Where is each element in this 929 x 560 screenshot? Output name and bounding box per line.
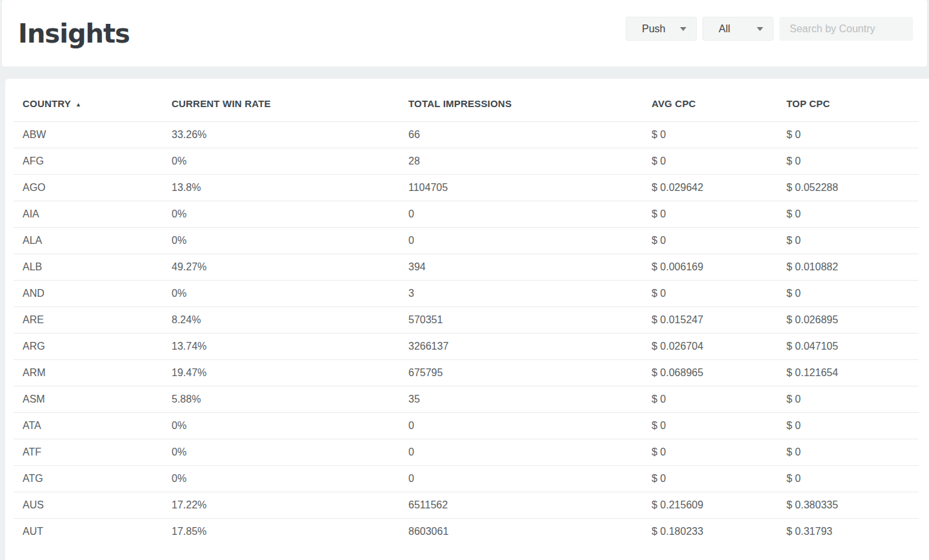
cell-top-cpc: $ 0 xyxy=(777,466,919,492)
cell-country: AGO xyxy=(14,175,163,201)
cell-avg-cpc: $ 0 xyxy=(643,439,777,466)
sort-asc-icon: ▲ xyxy=(75,101,81,108)
cell-country: ALA xyxy=(14,228,163,254)
cell-total-impressions: 3266137 xyxy=(399,334,643,360)
cell-country: AUT xyxy=(14,519,163,545)
cell-top-cpc: $ 0 xyxy=(777,413,919,439)
cell-country: AUS xyxy=(14,492,163,519)
cell-avg-cpc: $ 0.068965 xyxy=(643,360,777,386)
search-input[interactable] xyxy=(779,17,913,41)
cell-country: ARG xyxy=(14,334,163,360)
cell-total-impressions: 6511562 xyxy=(399,492,643,519)
cell-country: ATF xyxy=(14,439,163,466)
insights-table-card: COUNTRY▲ CURRENT WIN RATE TOTAL IMPRESSI… xyxy=(5,79,929,560)
page-title: Insights xyxy=(18,19,130,48)
cell-country: AFG xyxy=(14,148,163,175)
cell-avg-cpc: $ 0.026704 xyxy=(643,334,777,360)
table-row: ATG 0% 0 $ 0 $ 0 xyxy=(14,466,919,492)
page-header: Insights Push All xyxy=(2,0,927,66)
column-header-avg-cpc[interactable]: AVG CPC xyxy=(643,79,777,122)
cell-total-impressions: 35 xyxy=(399,386,643,413)
table-row: AGO 13.8% 1104705 $ 0.029642 $ 0.052288 xyxy=(14,175,919,201)
table-row: AUT 17.85% 8603061 $ 0.180233 $ 0.31793 xyxy=(14,519,919,545)
cell-total-impressions: 0 xyxy=(399,439,643,466)
cell-country: ASM xyxy=(14,386,163,413)
table-row: ALA 0% 0 $ 0 $ 0 xyxy=(14,228,919,254)
cell-avg-cpc: $ 0 xyxy=(643,201,777,228)
table-row: AFG 0% 28 $ 0 $ 0 xyxy=(14,148,919,175)
cell-total-impressions: 0 xyxy=(399,201,643,228)
insights-page: { "header": { "title": "Insights", "filt… xyxy=(0,0,929,560)
cell-total-impressions: 8603061 xyxy=(399,519,643,545)
cell-current-win-rate: 0% xyxy=(163,439,399,466)
cell-top-cpc: $ 0 xyxy=(777,281,919,307)
cell-top-cpc: $ 0 xyxy=(777,439,919,466)
column-header-country[interactable]: COUNTRY▲ xyxy=(14,79,163,122)
cell-total-impressions: 675795 xyxy=(399,360,643,386)
cell-current-win-rate: 13.74% xyxy=(163,334,399,360)
cell-total-impressions: 3 xyxy=(399,281,643,307)
cell-current-win-rate: 13.8% xyxy=(163,175,399,201)
cell-total-impressions: 0 xyxy=(399,228,643,254)
cell-avg-cpc: $ 0 xyxy=(643,386,777,413)
table-row: ARM 19.47% 675795 $ 0.068965 $ 0.121654 xyxy=(14,360,919,386)
cell-top-cpc: $ 0.121654 xyxy=(777,360,919,386)
table-row: AND 0% 3 $ 0 $ 0 xyxy=(14,281,919,307)
cell-country: ATA xyxy=(14,413,163,439)
cell-top-cpc: $ 0.31793 xyxy=(777,519,919,545)
cell-current-win-rate: 49.27% xyxy=(163,254,399,281)
cell-top-cpc: $ 0.010882 xyxy=(777,254,919,281)
cell-avg-cpc: $ 0 xyxy=(643,281,777,307)
cell-top-cpc: $ 0 xyxy=(777,122,919,148)
cell-avg-cpc: $ 0.180233 xyxy=(643,519,777,545)
cell-country: AIA xyxy=(14,201,163,228)
traffic-type-dropdown-value: All xyxy=(719,23,730,35)
cell-current-win-rate: 17.22% xyxy=(163,492,399,519)
cell-avg-cpc: $ 0 xyxy=(643,466,777,492)
cell-top-cpc: $ 0 xyxy=(777,148,919,175)
cell-current-win-rate: 0% xyxy=(163,281,399,307)
chevron-down-icon xyxy=(680,27,686,31)
insights-table: COUNTRY▲ CURRENT WIN RATE TOTAL IMPRESSI… xyxy=(14,79,919,545)
table-row: ATF 0% 0 $ 0 $ 0 xyxy=(14,439,919,466)
chevron-down-icon xyxy=(757,27,763,31)
table-row: AIA 0% 0 $ 0 $ 0 xyxy=(14,201,919,228)
cell-current-win-rate: 0% xyxy=(163,201,399,228)
column-header-top-cpc[interactable]: TOP CPC xyxy=(777,79,919,122)
cell-top-cpc: $ 0.047105 xyxy=(777,334,919,360)
table-row: ASM 5.88% 35 $ 0 $ 0 xyxy=(14,386,919,413)
cell-current-win-rate: 17.85% xyxy=(163,519,399,545)
traffic-type-dropdown[interactable]: All xyxy=(703,17,774,41)
cell-total-impressions: 0 xyxy=(399,413,643,439)
cell-country: ARM xyxy=(14,360,163,386)
table-row: AUS 17.22% 6511562 $ 0.215609 $ 0.380335 xyxy=(14,492,919,519)
cell-total-impressions: 394 xyxy=(399,254,643,281)
column-header-current-win-rate[interactable]: CURRENT WIN RATE xyxy=(163,79,399,122)
cell-avg-cpc: $ 0 xyxy=(643,148,777,175)
cell-total-impressions: 0 xyxy=(399,466,643,492)
cell-current-win-rate: 33.26% xyxy=(163,122,399,148)
filter-controls: Push All xyxy=(626,17,913,41)
cell-avg-cpc: $ 0 xyxy=(643,413,777,439)
cell-current-win-rate: 5.88% xyxy=(163,386,399,413)
cell-current-win-rate: 0% xyxy=(163,148,399,175)
cell-current-win-rate: 0% xyxy=(163,466,399,492)
cell-current-win-rate: 8.24% xyxy=(163,307,399,334)
cell-top-cpc: $ 0 xyxy=(777,228,919,254)
cell-country: ARE xyxy=(14,307,163,334)
table-row: ARG 13.74% 3266137 $ 0.026704 $ 0.047105 xyxy=(14,334,919,360)
cell-top-cpc: $ 0 xyxy=(777,386,919,413)
cell-country: ATG xyxy=(14,466,163,492)
ad-format-dropdown[interactable]: Push xyxy=(626,17,697,41)
cell-top-cpc: $ 0.052288 xyxy=(777,175,919,201)
cell-total-impressions: 1104705 xyxy=(399,175,643,201)
cell-current-win-rate: 0% xyxy=(163,228,399,254)
table-row: ABW 33.26% 66 $ 0 $ 0 xyxy=(14,122,919,148)
column-header-total-impressions[interactable]: TOTAL IMPRESSIONS xyxy=(399,79,643,122)
cell-country: ABW xyxy=(14,122,163,148)
cell-avg-cpc: $ 0 xyxy=(643,122,777,148)
table-header-row: COUNTRY▲ CURRENT WIN RATE TOTAL IMPRESSI… xyxy=(14,79,919,122)
cell-avg-cpc: $ 0.029642 xyxy=(643,175,777,201)
table-body: ABW 33.26% 66 $ 0 $ 0 AFG 0% 28 $ 0 $ 0 … xyxy=(14,122,919,545)
cell-country: ALB xyxy=(14,254,163,281)
